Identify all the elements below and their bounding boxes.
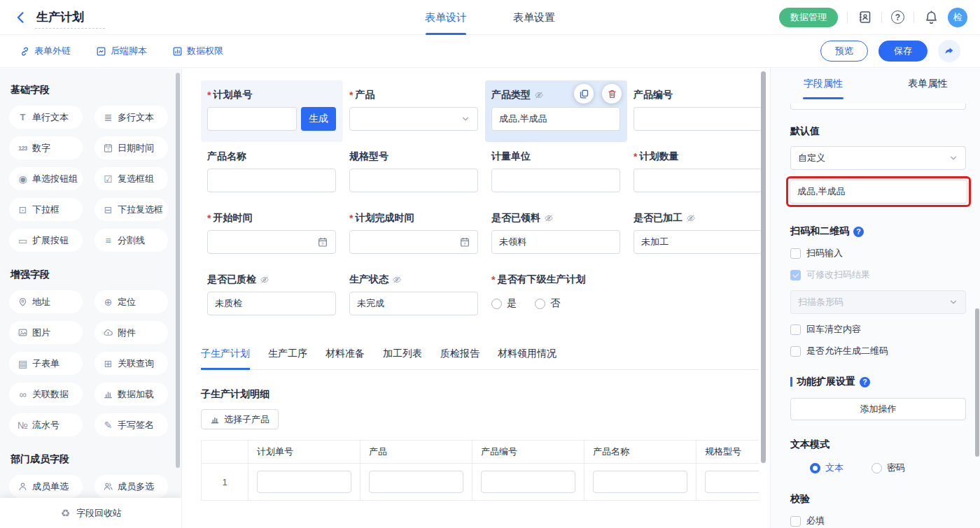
tab-quality-report[interactable]: 质检报告 bbox=[440, 348, 479, 369]
field-has-sub-plan[interactable]: *是否有下级生产计划 是 否 bbox=[485, 265, 627, 327]
sidebar-scrollbar[interactable] bbox=[176, 73, 180, 468]
sidebar-item-image[interactable]: 图片 bbox=[9, 321, 83, 344]
cell-input[interactable] bbox=[593, 471, 687, 493]
product-code-input[interactable] bbox=[634, 107, 762, 131]
tab-material-usage[interactable]: 材料领用情况 bbox=[498, 348, 556, 369]
cell-input[interactable] bbox=[369, 471, 463, 493]
field-product[interactable]: *产品 bbox=[343, 80, 485, 142]
form-external-link[interactable]: 表单外链 bbox=[20, 45, 71, 57]
generate-button[interactable]: 生成 bbox=[301, 107, 336, 131]
contacts-icon[interactable] bbox=[857, 10, 872, 25]
plan-qty-input[interactable] bbox=[634, 169, 762, 192]
cell-input[interactable] bbox=[705, 471, 759, 493]
sidebar-item-extend-button[interactable]: ▭扩展按钮 bbox=[9, 229, 83, 252]
sidebar-item-multi-line-text[interactable]: ≣多行文本 bbox=[94, 106, 168, 129]
field-processed[interactable]: 是否已加工 未加工 bbox=[627, 204, 769, 265]
field-material-taken[interactable]: 是否已领料 未领料 bbox=[485, 204, 627, 265]
field-inspected[interactable]: 是否已质检 未质检 bbox=[201, 265, 343, 327]
sidebar-item-multi-dropdown[interactable]: ⊟下拉复选框 bbox=[94, 198, 168, 221]
sidebar-item-linked-query[interactable]: ⊞关联查询 bbox=[94, 352, 168, 375]
sidebar-item-radio-group[interactable]: ◉单选按钮组 bbox=[9, 167, 83, 190]
tab-form-properties[interactable]: 表单属性 bbox=[876, 69, 980, 99]
tab-form-settings[interactable]: 表单设置 bbox=[513, 0, 555, 35]
tab-form-design[interactable]: 表单设计 bbox=[425, 0, 467, 35]
delete-field-button[interactable] bbox=[602, 84, 622, 104]
product-select[interactable] bbox=[349, 107, 478, 131]
tab-processing-list[interactable]: 加工列表 bbox=[383, 348, 422, 369]
backend-script-link[interactable]: 后端脚本 bbox=[96, 45, 147, 57]
required-checkbox[interactable]: 必填 bbox=[790, 515, 966, 527]
sidebar-item-datetime[interactable]: 日期时间 bbox=[94, 136, 168, 159]
share-button[interactable] bbox=[938, 40, 960, 62]
sidebar-item-serial-number[interactable]: №流水号 bbox=[9, 413, 83, 436]
tab-sub-production-plan[interactable]: 子生产计划 bbox=[201, 348, 250, 369]
clear-on-enter-checkbox[interactable]: 回车清空内容 bbox=[790, 323, 966, 336]
sidebar-item-dropdown[interactable]: ⊡下拉框 bbox=[9, 198, 83, 221]
select-sub-product-button[interactable]: 选择子产品 bbox=[201, 409, 279, 429]
preview-button[interactable]: 预览 bbox=[820, 41, 868, 62]
production-status-input[interactable]: 未完成 bbox=[349, 292, 478, 315]
scan-input-checkbox[interactable]: 扫码输入 bbox=[790, 247, 966, 259]
allow-qrcode-checkbox[interactable]: 是否允许生成二维码 bbox=[790, 345, 966, 357]
material-taken-input[interactable]: 未领料 bbox=[491, 230, 620, 254]
sidebar-item-checkbox-group[interactable]: ☑复选框组 bbox=[94, 167, 168, 190]
tab-material-prep[interactable]: 材料准备 bbox=[326, 348, 365, 369]
field-plan-no[interactable]: *计划单号 生成 bbox=[201, 80, 343, 142]
default-value-mode-select[interactable]: 自定义 bbox=[790, 146, 966, 170]
panel-scrollbar[interactable] bbox=[975, 308, 979, 457]
sidebar-item-address[interactable]: 地址 bbox=[9, 290, 83, 313]
plan-no-input[interactable] bbox=[207, 107, 297, 131]
field-spec-model[interactable]: 规格型号 bbox=[343, 142, 485, 204]
finish-time-input[interactable] bbox=[349, 230, 478, 254]
sidebar-item-signature[interactable]: ✎手写签名 bbox=[94, 413, 168, 436]
editable-scan-result-checkbox[interactable]: 可修改扫码结果 bbox=[790, 269, 966, 281]
cell-input[interactable] bbox=[257, 471, 351, 493]
radio-option-yes[interactable]: 是 bbox=[491, 297, 517, 310]
field-start-time[interactable]: *开始时间 bbox=[201, 204, 343, 265]
help-icon[interactable]: ? bbox=[891, 10, 904, 24]
spec-model-input[interactable] bbox=[349, 169, 478, 192]
inspected-input[interactable]: 未质检 bbox=[207, 292, 336, 315]
avatar[interactable]: 检 bbox=[948, 8, 967, 27]
form-title[interactable]: 生产计划 bbox=[35, 9, 105, 29]
sidebar-item-subform[interactable]: ▤子表单 bbox=[9, 352, 83, 375]
canvas-scrollbar[interactable] bbox=[761, 71, 766, 463]
add-action-button[interactable]: 添加操作 bbox=[790, 398, 966, 420]
field-recycle-bin[interactable]: ♻ 字段回收站 bbox=[0, 498, 181, 528]
field-product-type[interactable]: 产品类型 成品,半成品 bbox=[485, 80, 627, 142]
sidebar-item-linked-data[interactable]: ∞关联数据 bbox=[9, 383, 83, 406]
data-manage-button[interactable]: 数据管理 bbox=[779, 8, 838, 27]
start-time-input[interactable] bbox=[207, 230, 336, 254]
text-mode-password-radio[interactable]: 密码 bbox=[872, 462, 905, 474]
field-product-name[interactable]: 产品名称 bbox=[201, 142, 343, 204]
help-icon[interactable]: ? bbox=[860, 377, 870, 387]
processed-input[interactable]: 未加工 bbox=[634, 230, 762, 254]
unit-input[interactable] bbox=[491, 169, 620, 192]
field-product-code[interactable]: 产品编号 bbox=[627, 80, 769, 142]
tab-production-process[interactable]: 生产工序 bbox=[268, 348, 307, 369]
field-unit[interactable]: 计量单位 bbox=[485, 142, 627, 204]
sidebar-item-data-load[interactable]: 数据加载 bbox=[94, 383, 168, 406]
text-mode-text-radio[interactable]: 文本 bbox=[810, 462, 844, 474]
cell-input[interactable] bbox=[481, 471, 575, 493]
copy-field-button[interactable] bbox=[574, 84, 594, 104]
sidebar-item-number[interactable]: 123数字 bbox=[9, 136, 83, 159]
notification-bell-icon[interactable] bbox=[923, 10, 939, 25]
radio-option-no[interactable]: 否 bbox=[535, 297, 560, 310]
data-permission-link[interactable]: 数据权限 bbox=[172, 45, 223, 57]
field-plan-qty[interactable]: *计划数量 bbox=[627, 142, 769, 204]
save-button[interactable]: 保存 bbox=[878, 41, 927, 62]
sidebar-item-divider[interactable]: ≡分割线 bbox=[94, 229, 168, 252]
product-name-input[interactable] bbox=[207, 169, 336, 192]
sidebar-item-member-single[interactable]: 成员单选 bbox=[9, 475, 83, 498]
sidebar-item-attachment[interactable]: 附件 bbox=[94, 321, 168, 344]
field-production-status[interactable]: 生产状态 未完成 bbox=[343, 265, 485, 327]
back-icon[interactable] bbox=[14, 10, 28, 24]
sidebar-item-member-multi[interactable]: 成员多选 bbox=[94, 475, 168, 498]
tab-field-properties[interactable]: 字段属性 bbox=[771, 69, 876, 99]
sidebar-item-locate[interactable]: ⊕定位 bbox=[94, 290, 168, 313]
product-type-input[interactable]: 成品,半成品 bbox=[491, 107, 620, 131]
sidebar-item-single-line-text[interactable]: T单行文本 bbox=[9, 106, 83, 129]
help-icon[interactable]: ? bbox=[853, 227, 864, 237]
default-value-input[interactable]: 成品,半成品 bbox=[790, 180, 967, 204]
